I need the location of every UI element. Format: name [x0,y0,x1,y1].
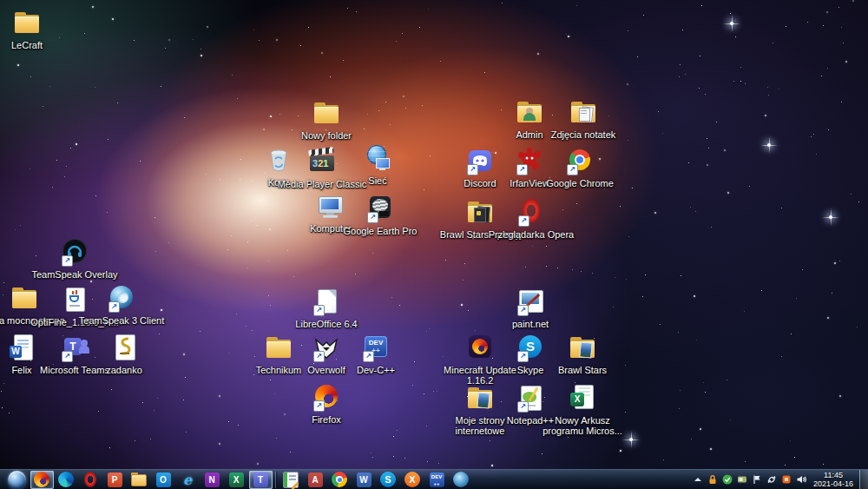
tray-icon-up-arrow[interactable] [692,472,705,487]
desktop-icon-brawl-stars[interactable]: Brawl Stars [535,332,630,375]
clock-time: 11:45 [813,471,853,479]
taskbar-item-journal[interactable] [279,471,303,489]
taskbar-item-opera[interactable] [79,471,102,489]
shortcut-arrow-icon: ↗ [467,164,478,175]
libreoffice-6-4-icon: ↗ [311,286,342,317]
przegl-darka-opera-icon: ↗ [516,196,547,228]
system-tray: 11:45 2021-04-16 [692,470,868,489]
journal-icon [283,472,299,488]
desktop-icon-label: Nowy Arkusz programu Micros... [541,415,624,436]
desktop-icon-label: Brawl Stars [558,365,607,375]
shortcut-arrow-icon: ↗ [517,351,529,362]
taskbar-item-word[interactable]: W [352,471,376,489]
shortcut-arrow-icon: ↗ [517,401,529,413]
tray-icon-orange-app[interactable] [780,472,793,487]
desktop-icon-label: LeCraft [11,40,43,50]
edge-icon [58,472,74,487]
sie-icon [362,142,393,174]
taskbar-item-skype[interactable]: S [377,471,400,489]
desktop-icon-label: paint.net [512,319,549,329]
zdj-cia-notatek-icon [568,96,599,128]
desktop-icon-paint-net[interactable]: ↗paint.net [483,286,578,329]
taskbar-separator [275,472,276,488]
shortcut-arrow-icon: ↗ [313,305,325,316]
taskbar-apps: POeNXTAWSXDEV++ [30,470,473,489]
taskbar-item-explorer[interactable] [128,471,151,489]
desktop-icon-zadanko[interactable]: zadanko [76,332,172,375]
desktop-icon-google-earth-pro[interactable]: ↗Google Earth Pro [332,193,428,236]
clock[interactable]: 11:45 2021-04-16 [813,471,853,488]
shortcut-arrow-icon: ↗ [313,351,325,362]
taskbar-item-xampp[interactable]: X [401,471,424,489]
desktop-icon-teamspeak-3-client[interactable]: ↗TeamSpeak 3 Client [74,282,169,326]
tray-icon-orange-lock[interactable] [707,472,720,487]
tray-icon-green-card[interactable] [736,472,749,487]
desktop-surface[interactable]: LeCraftNowy folderKosz321Media Player Cl… [0,0,868,489]
taskbar-item-teams[interactable]: T [249,471,273,489]
paint-net-icon: ↗ [515,286,546,317]
teamspeak-3-client-icon: ↗ [106,282,137,314]
taskbar-item-excel[interactable]: X [225,471,248,489]
internet-explorer-icon: e [183,472,192,488]
shortcut-arrow-icon: ↗ [517,305,529,316]
desktop-icon-label: Zdjęcia notatek [551,129,616,140]
explorer-icon [131,472,147,486]
desktop-icon-dev-c[interactable]: DEV++↗Dev-C++ [328,332,424,375]
google-chrome-icon: ↗ [564,145,595,176]
nowy-arkusz-programu-micros-icon: X [567,382,598,413]
powerpoint-icon: P [108,472,122,487]
desktop-icon-label: Przeglądarka Opera [489,229,574,240]
tray-icon-green-check[interactable] [721,472,734,487]
shortcut-arrow-icon: ↗ [108,301,120,313]
zadanko-icon [108,332,140,363]
desktop-icon-label: Nowy folder [301,130,352,141]
tray-icon-flag[interactable] [751,472,764,487]
windows-logo-icon [12,474,23,485]
desktop-icon-nowy-arkusz-programu-micros[interactable]: XNowy Arkusz programu Micros... [535,382,630,436]
xampp-icon: X [404,472,420,487]
taskbar-item-access[interactable]: A [304,471,327,489]
taskbar: POeNXTAWSXDEV++ 11:45 2021-04-16 [0,469,868,489]
taskbar-item-chrome[interactable] [328,471,352,489]
tray-icon-speaker[interactable] [795,472,808,487]
taskbar-item-onenote[interactable]: N [201,471,224,489]
desktop-icon-firefox[interactable]: ↗Firefox [279,381,374,425]
teamspeak-overlay-icon: ↗ [59,236,90,268]
desktop-icon-label: Dev-C++ [357,365,395,375]
tray-icons [692,472,808,487]
desktop-icon-label: Firefox [312,414,341,425]
shortcut-arrow-icon: ↗ [567,164,578,175]
desktop-icon-zdj-cia-notatek[interactable]: Zdjęcia notatek [536,96,631,140]
access-icon: A [308,472,323,487]
desktop-icon-libreoffice-6-4[interactable]: ↗LibreOffice 6.4 [279,286,374,329]
taskbar-item-edge[interactable] [55,471,78,489]
desktop-icon-sie[interactable]: Sieć [330,142,425,186]
taskbar-item-dev-cpp[interactable]: DEV++ [425,471,449,489]
desktop-icon-teamspeak-overlay[interactable]: ↗TeamSpeak Overlay [27,236,122,280]
taskbar-item-firefox[interactable] [30,471,54,489]
shortcut-arrow-icon: ↗ [62,255,73,267]
tray-icon-sync[interactable] [766,472,779,487]
shortcut-arrow-icon: ↗ [518,215,529,227]
word-icon: W [357,472,372,487]
outlook-icon: O [156,472,171,487]
firefox-icon: ↗ [311,381,342,413]
desktop-icon-przegl-darka-opera[interactable]: ↗Przeglądarka Opera [483,196,579,240]
show-desktop-button[interactable] [859,470,868,489]
taskbar-item-powerpoint[interactable]: P [103,471,127,489]
desktop-icon-google-chrome[interactable]: ↗Google Chrome [532,145,628,188]
desktop-icon-label: Google Earth Pro [344,226,418,236]
shortcut-arrow-icon: ↗ [516,164,528,175]
dev-cpp-icon: DEV++ [430,472,444,487]
desktop-icon-lecraft[interactable]: LeCraft [0,7,75,50]
excel-icon: X [229,472,244,487]
taskbar-item-internet-explorer[interactable]: e [176,471,200,489]
desktop-icon-label: TeamSpeak 3 Client [79,315,164,326]
nowy-folder-icon [311,97,342,129]
shortcut-arrow-icon: ↗ [363,351,374,362]
start-button[interactable] [8,471,26,489]
taskbar-item-outlook[interactable]: O [152,471,175,489]
taskbar-item-teamspeak[interactable] [450,471,473,489]
desktop-icon-label: LibreOffice 6.4 [295,319,357,329]
desktop-icon-nowy-folder[interactable]: Nowy folder [279,97,374,141]
